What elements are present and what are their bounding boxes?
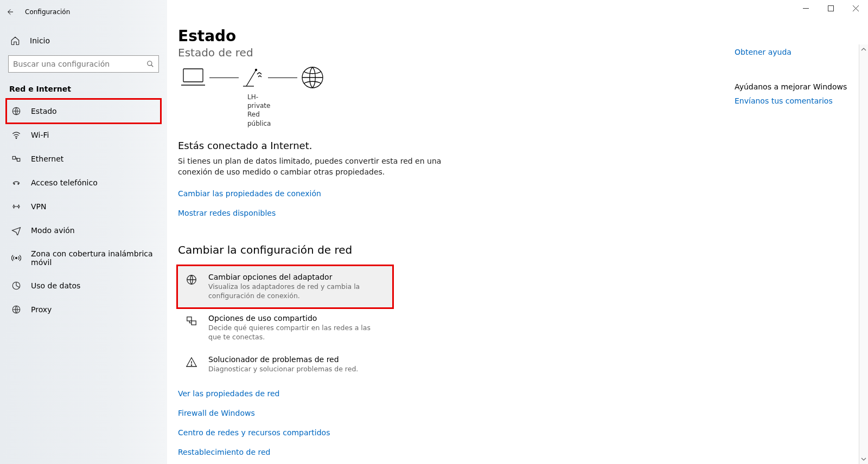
svg-point-6 — [18, 183, 19, 184]
globe-icon — [186, 274, 197, 286]
sidebar-item-label: VPN — [31, 202, 47, 211]
svg-point-19 — [191, 365, 192, 365]
connected-title: Estás conectado a Internet. — [178, 140, 868, 151]
scroll-up-icon[interactable] — [861, 47, 866, 52]
sidebar-item-estado[interactable]: Estado — [8, 100, 159, 123]
home-icon — [10, 36, 20, 46]
proxy-icon — [11, 305, 21, 314]
sidebar-item-wifi[interactable]: Wi-Fi — [8, 124, 159, 146]
sidebar-item-label: Modo avión — [31, 226, 75, 235]
sidebar-item-proxy[interactable]: Proxy — [8, 298, 159, 321]
wifi-diagram-icon — [242, 67, 265, 88]
sidebar-item-label: Estado — [31, 107, 57, 115]
vpn-icon — [11, 202, 21, 211]
sidebar-item-dialup[interactable]: Acceso telefónico — [8, 171, 159, 194]
link-network-reset[interactable]: Restablecimiento de red — [178, 448, 868, 456]
page-title: Estado — [178, 27, 868, 45]
svg-point-9 — [16, 257, 17, 259]
svg-point-7 — [13, 206, 15, 208]
link-send-feedback[interactable]: Envíanos tus comentarios — [735, 96, 833, 105]
ethernet-icon — [11, 154, 21, 164]
airplane-icon — [11, 225, 21, 235]
sharing-icon — [186, 315, 197, 327]
maximize-button[interactable] — [818, 0, 843, 16]
link-change-connection-props[interactable]: Cambiar las propiedades de conexión — [178, 189, 321, 198]
sidebar-item-label: Zona con cobertura inalámbrica móvil — [31, 249, 156, 267]
link-get-help[interactable]: Obtener ayuda — [735, 48, 848, 56]
link-network-sharing-center[interactable]: Centro de redes y recursos compartidos — [178, 428, 868, 437]
search-icon — [146, 60, 154, 68]
svg-rect-3 — [12, 157, 15, 159]
sidebar-item-airplane[interactable]: Modo avión — [8, 219, 159, 242]
option-title: Opciones de uso compartido — [208, 314, 385, 323]
svg-rect-18 — [192, 321, 196, 325]
link-windows-firewall[interactable]: Firewall de Windows — [178, 409, 868, 417]
sidebar-item-label: Proxy — [31, 305, 52, 314]
globe-icon — [11, 106, 21, 116]
sidebar-item-label: Ethernet — [31, 154, 63, 163]
globe-diagram-icon — [301, 66, 324, 89]
dialup-icon — [11, 178, 21, 188]
sidebar-item-ethernet[interactable]: Ethernet — [8, 147, 159, 170]
data-usage-icon — [11, 281, 21, 291]
hotspot-icon — [11, 253, 21, 263]
svg-rect-13 — [183, 69, 203, 82]
link-show-available-networks[interactable]: Mostrar redes disponibles — [178, 209, 276, 217]
option-title: Solucionador de problemas de red — [208, 355, 358, 364]
diagram-line — [268, 78, 297, 78]
svg-point-2 — [16, 138, 17, 139]
sidebar-item-vpn[interactable]: VPN — [8, 195, 159, 218]
help-column: Obtener ayuda Ayúdanos a mejorar Windows… — [735, 48, 848, 105]
option-subtitle: Visualiza los adaptadores de red y cambi… — [208, 282, 385, 301]
warning-icon — [186, 356, 197, 368]
subheading-change-network-config: Cambiar la configuración de red — [178, 243, 868, 256]
app-title: Configuración — [25, 8, 70, 16]
minimize-button[interactable] — [793, 0, 818, 16]
titlebar: Configuración — [0, 2, 167, 22]
option-troubleshooter[interactable]: Solucionador de problemas de red Diagnos… — [178, 349, 392, 381]
sidebar-item-hotspot[interactable]: Zona con cobertura inalámbrica móvil — [8, 243, 159, 273]
search-box[interactable] — [8, 55, 159, 73]
sidebar-home-label: Inicio — [30, 36, 50, 45]
diagram-line — [209, 78, 239, 78]
vertical-scrollbar[interactable] — [859, 44, 868, 464]
search-input[interactable] — [13, 60, 146, 68]
computer-icon — [180, 67, 206, 88]
main-content: Estado Estado de red LH-private Red públ… — [167, 0, 868, 464]
back-button[interactable] — [5, 8, 16, 16]
scroll-down-icon[interactable] — [861, 456, 866, 462]
diagram-labels: LH-private Red pública — [178, 93, 247, 128]
svg-point-14 — [256, 69, 257, 71]
link-network-properties[interactable]: Ver las propiedades de red — [178, 389, 868, 398]
sidebar-item-label: Wi-Fi — [31, 131, 49, 139]
svg-rect-4 — [17, 158, 20, 161]
sidebar: Configuración Inicio Red e Internet Esta… — [0, 0, 167, 464]
sidebar-home[interactable]: Inicio — [8, 33, 159, 55]
option-sharing-settings[interactable]: Opciones de uso compartido Decide qué qu… — [178, 307, 392, 349]
svg-point-0 — [148, 61, 152, 66]
sidebar-item-label: Acceso telefónico — [31, 178, 98, 187]
option-subtitle: Diagnosticar y solucionar problemas de r… — [208, 365, 358, 374]
feedback-title: Ayúdanos a mejorar Windows — [735, 82, 848, 91]
option-subtitle: Decide qué quieres compartir en las rede… — [208, 324, 385, 342]
option-adapter-settings[interactable]: Cambiar opciones del adaptador Visualiza… — [178, 266, 392, 307]
svg-point-5 — [14, 183, 15, 184]
svg-rect-17 — [187, 317, 192, 321]
sidebar-section-label: Red e Internet — [8, 85, 159, 100]
close-button[interactable] — [843, 0, 868, 16]
option-title: Cambiar opciones del adaptador — [208, 273, 385, 281]
window-controls — [793, 0, 868, 16]
sidebar-item-label: Uso de datos — [31, 281, 80, 290]
sidebar-item-datausage[interactable]: Uso de datos — [8, 274, 159, 297]
connected-description: Si tienes un plan de datos limitado, pue… — [178, 156, 460, 178]
svg-point-8 — [18, 206, 20, 208]
svg-rect-12 — [828, 5, 833, 11]
wifi-icon — [11, 130, 21, 140]
